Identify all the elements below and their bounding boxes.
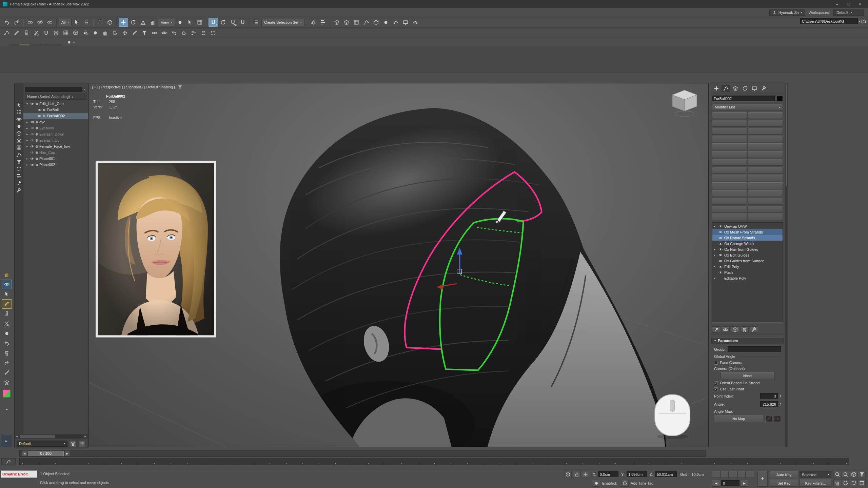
- selection-filter-dropdown[interactable]: All▾: [59, 19, 72, 26]
- scrollbar-thumb[interactable]: [786, 84, 787, 186]
- visibility-eye-icon[interactable]: [30, 126, 34, 130]
- modifier-set-button[interactable]: [748, 175, 783, 181]
- menu-item[interactable]: [112, 12, 118, 14]
- explorer-tool-icon-8[interactable]: ▾: [16, 151, 22, 158]
- view-cube[interactable]: [672, 90, 697, 117]
- close-button[interactable]: ×: [855, 1, 865, 7]
- separator[interactable]: ▾: [23, 19, 24, 26]
- viewport-label-text[interactable]: [ + ] [ Perspective ] [ Standard ] [ Def…: [92, 85, 175, 89]
- modifier-stack-row[interactable]: Ox Guides from Surface: [712, 258, 783, 264]
- angle-map-button[interactable]: No Map: [714, 415, 763, 422]
- spinner-snap-button[interactable]: ▾: [238, 18, 248, 27]
- utilities-tab[interactable]: ▾: [760, 85, 768, 92]
- visibility-eye-icon[interactable]: [30, 163, 34, 167]
- parameters-rollout-header[interactable]: ▾ Parameters: [711, 337, 784, 344]
- orbit-button[interactable]: ▾: [842, 479, 849, 486]
- head-model[interactable]: [280, 105, 666, 447]
- rendered-frame-window-button[interactable]: ▾: [401, 18, 410, 27]
- select-object-button[interactable]: ▾: [72, 18, 81, 27]
- expand-arrow-icon[interactable]: [25, 145, 29, 148]
- current-frame-field[interactable]: [721, 480, 739, 486]
- minimize-button[interactable]: –: [832, 1, 842, 7]
- scroll-right-icon[interactable]: ▶: [83, 435, 88, 438]
- ribbon-minimize-icon[interactable]: ▾: [73, 41, 75, 44]
- snaps-toggle-button[interactable]: 3▾: [209, 18, 218, 27]
- tool-icon-3[interactable]: ▾: [22, 28, 31, 37]
- absolute-mode-toggle[interactable]: [582, 471, 589, 478]
- modifier-enabled-icon[interactable]: [718, 224, 723, 228]
- modifier-set-button[interactable]: [712, 190, 747, 197]
- visibility-eye-icon[interactable]: [38, 114, 42, 118]
- select-and-scale-button[interactable]: ▾: [138, 18, 148, 27]
- modifier-set-button[interactable]: [712, 159, 747, 166]
- menu-item[interactable]: [57, 12, 63, 14]
- use-last-point-checkbox[interactable]: [714, 387, 718, 391]
- visibility-eye-icon[interactable]: [30, 157, 34, 161]
- expand-arrow-icon[interactable]: [25, 163, 29, 166]
- object-color-swatch[interactable]: [777, 96, 783, 101]
- explorer-tool-icon-13[interactable]: ▾: [16, 187, 22, 194]
- zoom-region-button[interactable]: ▾: [850, 479, 857, 486]
- color-swatch[interactable]: [3, 390, 11, 398]
- render-setup-button[interactable]: ▾: [391, 18, 400, 27]
- tool-icon-8[interactable]: ▾: [71, 28, 80, 37]
- tool-icon-1[interactable]: ▾: [2, 28, 12, 37]
- clear-map-button[interactable]: ✕: [774, 416, 781, 422]
- explorer-tool-icon-1[interactable]: ▾: [16, 102, 22, 108]
- keyboard-shortcut-override-button[interactable]: ▾: [195, 18, 204, 27]
- isolate-selection-toggle[interactable]: [564, 471, 572, 478]
- user-account-menu[interactable]: Hyunsuk Jin ▾: [769, 9, 805, 16]
- modify-tab[interactable]: ▾: [722, 85, 730, 92]
- display-tab[interactable]: ▾: [750, 85, 759, 92]
- mini-curve-editor-button[interactable]: [1, 458, 16, 465]
- modifier-set-button[interactable]: [712, 175, 747, 181]
- scene-explorer-row[interactable]: FurBall: [23, 107, 88, 113]
- expand-arrow-icon[interactable]: [25, 133, 29, 136]
- expand-arrow-icon[interactable]: [714, 277, 717, 280]
- clear-search-icon[interactable]: ×: [84, 87, 86, 92]
- separator[interactable]: ▾: [249, 19, 250, 26]
- map-slot-button[interactable]: [765, 416, 772, 422]
- angle-field[interactable]: [760, 401, 778, 407]
- window-crossing-toggle[interactable]: ▾: [105, 18, 115, 27]
- make-unique-button[interactable]: ▾: [731, 326, 739, 333]
- tool-icon-20[interactable]: ▾: [189, 28, 198, 37]
- expand-arrow-icon[interactable]: [714, 265, 717, 268]
- time-tag-clock-icon[interactable]: [621, 480, 629, 487]
- modifier-enabled-icon[interactable]: [718, 265, 723, 269]
- select-and-place-button[interactable]: ▾: [148, 18, 158, 27]
- explorer-tool-icon-6[interactable]: ▾: [16, 137, 22, 144]
- menu-item[interactable]: [69, 12, 75, 14]
- modifier-set-button[interactable]: [712, 143, 747, 150]
- modifier-set-button[interactable]: [712, 120, 747, 127]
- list-view-icon[interactable]: [78, 440, 86, 447]
- modifier-set-button[interactable]: [748, 120, 783, 127]
- menu-item[interactable]: [106, 12, 112, 14]
- modifier-set-button[interactable]: [712, 167, 747, 174]
- spinner-arrows[interactable]: ▴▾: [780, 394, 781, 398]
- key-filters-button[interactable]: Key Filters...: [800, 480, 831, 487]
- tool-icon-15[interactable]: ▾: [140, 28, 149, 37]
- tool-icon-13[interactable]: ▾: [120, 28, 130, 37]
- panel-scrollbar[interactable]: [785, 83, 787, 447]
- field-of-view-button[interactable]: ▾: [858, 471, 866, 478]
- modifier-set-button[interactable]: [748, 206, 783, 212]
- menu-item[interactable]: [94, 12, 100, 14]
- viewport-filter-icon[interactable]: [178, 85, 182, 89]
- menu-item[interactable]: [26, 12, 33, 14]
- modifier-set-button[interactable]: [748, 136, 783, 142]
- modifier-enabled-icon[interactable]: [718, 253, 723, 257]
- layers-tool[interactable]: ▾: [2, 378, 12, 387]
- edit-guides-brush-tool[interactable]: ▾: [2, 299, 12, 309]
- toggle-ribbon-button[interactable]: ▾: [352, 18, 361, 27]
- unlink-selection-button[interactable]: ▾: [35, 18, 45, 27]
- point-tool[interactable]: ▾: [2, 329, 12, 338]
- time-slider-thumb[interactable]: 0 / 100: [28, 451, 64, 456]
- point-index-field[interactable]: [760, 393, 778, 399]
- toggle-layer-explorer-button[interactable]: ▾: [342, 18, 351, 27]
- expand-arrow-icon[interactable]: [25, 139, 29, 142]
- modifier-set-button[interactable]: [748, 159, 783, 166]
- expand-arrow-icon[interactable]: [25, 157, 29, 160]
- modifier-set-button[interactable]: [712, 182, 747, 189]
- separator[interactable]: ▾: [56, 19, 57, 26]
